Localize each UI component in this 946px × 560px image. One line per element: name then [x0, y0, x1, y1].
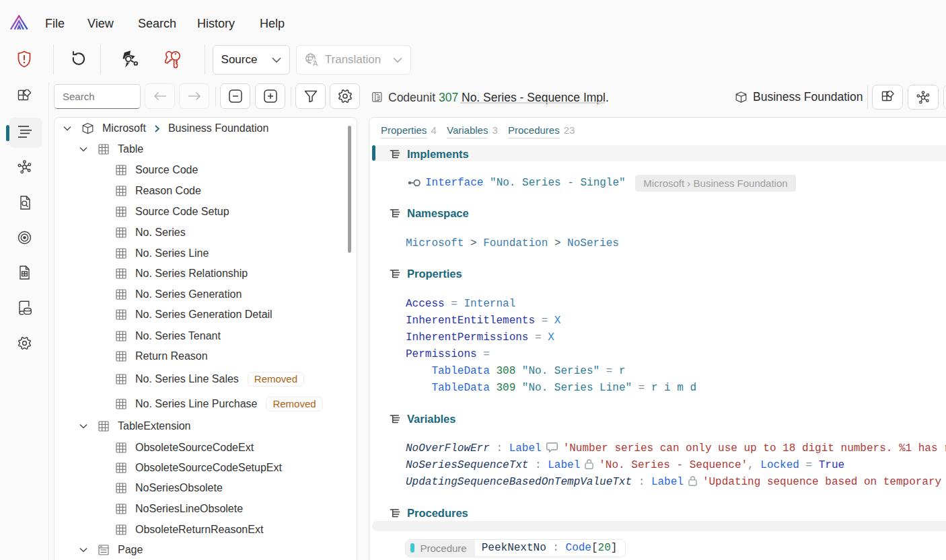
svg-text:A: A	[313, 59, 318, 67]
